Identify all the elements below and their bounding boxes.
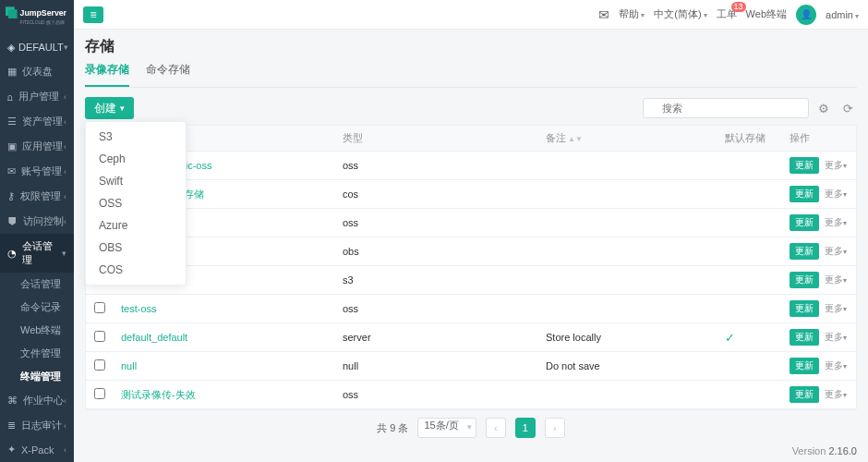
row-more-button[interactable]: 更多 ▾: [823, 272, 849, 288]
row-more-button[interactable]: 更多 ▾: [823, 386, 849, 403]
search-input[interactable]: [643, 98, 809, 118]
nav-sub-web-terminal[interactable]: Web终端: [20, 319, 74, 342]
page-size-select[interactable]: 15条/页 ▾: [417, 418, 476, 438]
nav-sub-terminal-mgmt[interactable]: 终端管理: [20, 365, 74, 388]
assets-icon: ☰: [7, 116, 17, 128]
row-update-button[interactable]: 更新: [790, 386, 819, 403]
row-name-link[interactable]: 测试录像传-失效: [121, 389, 196, 400]
create-option-cos[interactable]: COS: [86, 259, 186, 281]
row-update-button[interactable]: 更新: [790, 214, 819, 231]
row-more-button[interactable]: 更多 ▾: [823, 186, 849, 202]
chevron-left-icon: ‹: [64, 167, 66, 176]
row-more-button[interactable]: 更多 ▾: [823, 300, 849, 317]
user-dropdown[interactable]: admin▾: [826, 9, 859, 20]
ticket-link[interactable]: 工单 13: [717, 7, 737, 21]
row-checkbox[interactable]: [94, 388, 105, 399]
row-default: [717, 209, 782, 237]
row-default: [717, 180, 782, 209]
row-update-button[interactable]: 更新: [790, 358, 819, 374]
row-update-button[interactable]: 更新: [790, 186, 819, 202]
nav-accounts[interactable]: ✉账号管理 ‹: [0, 159, 74, 184]
sort-icon: ▲▼: [568, 135, 583, 143]
nav-sessions[interactable]: ◔会话管理 ▾: [0, 234, 74, 273]
row-remark: [538, 209, 717, 237]
chevron-down-icon: ▾: [843, 276, 847, 285]
pager-next[interactable]: ›: [545, 418, 565, 438]
create-option-ceph[interactable]: Ceph: [86, 148, 186, 170]
create-option-oss[interactable]: OSS: [86, 192, 186, 214]
chevron-down-icon: ▾: [843, 219, 847, 227]
row-update-button[interactable]: 更新: [790, 157, 819, 174]
menu-icon: ≡: [90, 8, 96, 21]
chevron-down-icon: ▾: [467, 422, 472, 432]
create-option-swift[interactable]: Swift: [86, 170, 186, 192]
row-more-button[interactable]: 更多 ▾: [823, 243, 849, 260]
chevron-down-icon: ▾: [64, 43, 68, 52]
table-row: default_defaultserverStore locally✓更新更多 …: [86, 323, 856, 352]
row-more-button[interactable]: 更多 ▾: [823, 358, 849, 374]
nav-xpack[interactable]: ✦X-Pack ‹: [0, 438, 74, 461]
nav-acl[interactable]: ⛊访问控制 ‹: [0, 209, 74, 234]
row-remark: [538, 295, 717, 323]
nav-apps[interactable]: ▣应用管理 ‹: [0, 134, 74, 159]
nav-dashboard[interactable]: ▦仪表盘: [0, 59, 74, 84]
pager-prev[interactable]: ‹: [486, 418, 506, 438]
nav-sub-command-log[interactable]: 命令记录: [20, 296, 74, 319]
row-name-link[interactable]: default_default: [121, 332, 187, 343]
chevron-left-icon: ‹: [64, 142, 66, 152]
nav-sub-session-mgmt[interactable]: 会话管理: [20, 273, 74, 296]
brand-name: JumpServer: [20, 8, 67, 18]
nav-audit[interactable]: ≣日志审计 ‹: [0, 413, 74, 438]
row-update-button[interactable]: 更新: [790, 243, 819, 260]
lang-dropdown[interactable]: 中文(简体)▾: [654, 7, 706, 21]
create-option-azure[interactable]: Azure: [86, 214, 186, 237]
row-name-link[interactable]: null: [121, 360, 137, 371]
row-type: oss: [335, 381, 538, 409]
row-update-button[interactable]: 更新: [790, 272, 819, 288]
row-checkbox[interactable]: [94, 302, 105, 313]
create-option-obs[interactable]: OBS: [86, 237, 186, 259]
nav-jobs[interactable]: ⌘作业中心 ‹: [0, 388, 74, 413]
columns-settings-button[interactable]: ⚙: [814, 99, 833, 117]
refresh-button[interactable]: ⟳: [838, 99, 857, 117]
table-row: test-s3s3更新更多 ▾: [86, 266, 856, 295]
create-option-s3[interactable]: S3: [86, 126, 186, 148]
row-update-button[interactable]: 更新: [790, 300, 819, 317]
row-type: server: [335, 323, 538, 352]
mail-icon[interactable]: ✉: [598, 7, 609, 22]
nav-users[interactable]: ⩍用户管理 ‹: [0, 84, 74, 109]
chevron-down-icon: ▾: [843, 334, 847, 342]
row-remark: [538, 381, 717, 409]
svg-rect-1: [8, 9, 18, 18]
nav-assets[interactable]: ☰资产管理 ‹: [0, 109, 74, 134]
web-terminal-link[interactable]: Web终端: [746, 7, 787, 21]
perm-icon: ⚷: [7, 190, 15, 202]
row-more-button[interactable]: 更多 ▾: [823, 329, 849, 346]
row-remark: [538, 152, 717, 180]
pager-page-1[interactable]: 1: [515, 418, 536, 438]
row-checkbox[interactable]: [94, 331, 105, 342]
chevron-left-icon: ‹: [64, 192, 66, 201]
tab-recording-storage[interactable]: 录像存储: [85, 62, 129, 87]
row-type: cos: [335, 180, 538, 209]
org-switcher[interactable]: ◈ DEFAULT ▾: [0, 35, 74, 59]
nav-sub-file-mgmt[interactable]: 文件管理: [20, 342, 74, 365]
tab-command-storage[interactable]: 命令存储: [146, 62, 190, 87]
row-default: [717, 295, 782, 323]
sidebar-toggle[interactable]: ≡: [83, 6, 103, 23]
row-checkbox[interactable]: [94, 359, 105, 371]
row-default: [717, 266, 782, 295]
row-name-link[interactable]: test-oss: [121, 303, 157, 314]
avatar[interactable]: 👤: [796, 5, 816, 25]
nav-perms[interactable]: ⚷权限管理 ‹: [0, 184, 74, 209]
row-update-button[interactable]: 更新: [790, 329, 819, 346]
chevron-down-icon: ▾: [843, 391, 847, 399]
row-remark: [538, 266, 717, 295]
jobs-icon: ⌘: [7, 395, 18, 407]
row-more-button[interactable]: 更多 ▾: [823, 157, 849, 174]
row-more-button[interactable]: 更多 ▾: [823, 214, 849, 231]
help-dropdown[interactable]: 帮助▾: [619, 7, 645, 21]
create-button[interactable]: 创建 ▾: [85, 97, 134, 119]
row-default: [717, 237, 782, 266]
col-remark[interactable]: 备注▲▼: [538, 126, 717, 152]
